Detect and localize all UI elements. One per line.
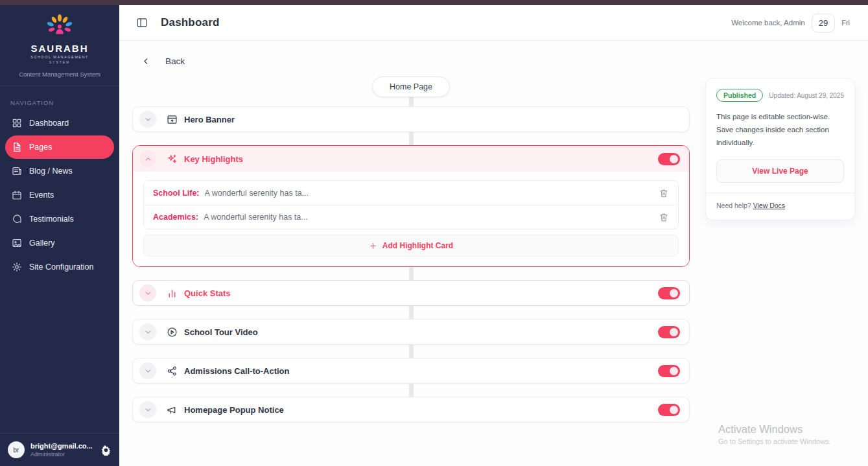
sidebar-toggle-icon[interactable]	[136, 17, 148, 29]
sidebar-nav: Dashboard Pages Blog / News Events Testi…	[0, 111, 119, 279]
section-toggle[interactable]	[658, 287, 680, 299]
sidebar-item-label: Blog / News	[29, 167, 73, 176]
chevron-down-icon[interactable]	[139, 111, 156, 128]
sidebar-tagline: Content Management System	[0, 71, 119, 86]
avatar[interactable]: br	[8, 441, 25, 458]
gear-icon	[12, 262, 22, 272]
highlight-card-row[interactable]: School Life: A wonderful serenity has ta…	[144, 181, 678, 205]
plus-icon	[369, 242, 377, 250]
section-toggle[interactable]	[658, 153, 680, 165]
back-button[interactable]: Back	[119, 41, 868, 66]
welcome-text: Welcome back, Admin	[731, 19, 805, 27]
status-badge: Published	[716, 89, 763, 102]
highlight-card-row[interactable]: Academics: A wonderful serenity has ta..…	[144, 205, 678, 229]
sidebar-item-gallery[interactable]: Gallery	[5, 231, 114, 255]
section-admissions-cta[interactable]: Admissions Call-to-Action	[132, 358, 690, 384]
trash-icon[interactable]	[659, 188, 669, 198]
sidebar-item-dashboard[interactable]: Dashboard	[5, 111, 114, 135]
watermark-line2: Go to Settings to activate Windows.	[718, 437, 831, 445]
connector-line	[409, 132, 414, 145]
connector-line	[409, 345, 414, 358]
page-title: Dashboard	[161, 16, 220, 29]
chevron-down-icon[interactable]	[139, 323, 156, 340]
logo-title: SAURABH	[6, 43, 113, 54]
sidebar-item-label: Site Configuration	[29, 262, 93, 272]
section-toggle[interactable]	[658, 326, 680, 338]
image-icon	[12, 238, 22, 248]
connector-line	[409, 384, 414, 397]
updated-timestamp: Updated: August 29, 2025	[769, 92, 844, 99]
sidebar: SAURABH SCHOOL MANAGEMENT SYSTEM Content…	[0, 5, 119, 466]
calendar-icon	[12, 190, 22, 200]
section-toggle[interactable]	[658, 365, 680, 377]
sidebar-item-label: Gallery	[29, 239, 55, 248]
chevron-down-icon[interactable]	[139, 285, 156, 301]
sidebar-item-label: Testimonials	[29, 215, 74, 224]
back-label: Back	[165, 56, 185, 66]
sidebar-item-pages[interactable]: Pages	[5, 135, 114, 159]
section-toggle[interactable]	[658, 404, 680, 416]
section-school-tour-video[interactable]: School Tour Video	[132, 319, 690, 345]
sparkles-icon	[167, 154, 178, 165]
user-email: bright@gmail.co...	[30, 442, 95, 450]
pages-icon	[12, 142, 22, 152]
page-name-pill[interactable]: Home Page	[372, 76, 450, 97]
section-title: School Tour Video	[184, 327, 258, 337]
chevron-down-icon[interactable]	[139, 401, 156, 418]
settings-gear-icon[interactable]	[100, 445, 111, 456]
info-description-line1: This page is editable section-wise.	[716, 110, 844, 123]
chevron-up-icon[interactable]	[139, 150, 156, 167]
newspaper-icon	[12, 166, 22, 176]
share-icon	[167, 366, 178, 377]
section-body: School Life: A wonderful serenity has ta…	[133, 172, 689, 266]
watermark-line1: Activate Windows	[718, 423, 831, 436]
section-title: Admissions Call-to-Action	[184, 366, 290, 376]
add-highlight-card-button[interactable]: Add Highlight Card	[143, 235, 679, 257]
windows-activation-watermark: Activate Windows Go to Settings to activ…	[718, 423, 831, 445]
section-hero-banner[interactable]: Hero Banner	[132, 106, 690, 132]
section-header[interactable]: Key Highlights	[133, 146, 689, 172]
sidebar-item-events[interactable]: Events	[5, 183, 114, 207]
user-block: br bright@gmail.co... Administrator	[0, 433, 119, 466]
bar-chart-icon	[167, 288, 178, 299]
sidebar-item-site-configuration[interactable]: Site Configuration	[5, 255, 114, 279]
sidebar-item-label: Pages	[29, 143, 52, 152]
trash-icon[interactable]	[659, 212, 669, 222]
play-circle-icon	[167, 327, 178, 338]
highlight-label: School Life:	[153, 189, 200, 198]
nav-section-label: NAVIGATION	[0, 86, 119, 111]
section-title: Quick Stats	[184, 288, 231, 298]
sidebar-item-blog-news[interactable]: Blog / News	[5, 159, 114, 183]
connector-line	[409, 267, 414, 280]
highlight-text: A wonderful serenity has ta...	[204, 213, 651, 222]
banner-icon	[167, 114, 178, 125]
highlight-list: School Life: A wonderful serenity has ta…	[143, 180, 679, 229]
view-live-page-button[interactable]: View Live Page	[716, 159, 844, 183]
chevron-left-icon	[141, 56, 151, 66]
info-description-line2: Save changes inside each section individ…	[716, 123, 844, 149]
logo-system-line: SYSTEM	[6, 60, 113, 64]
connector-line	[409, 97, 414, 106]
chat-bubble-icon	[12, 214, 22, 224]
dashboard-grid-icon	[12, 118, 22, 128]
sidebar-item-testimonials[interactable]: Testimonials	[5, 207, 114, 231]
sidebar-item-label: Dashboard	[29, 119, 69, 128]
section-homepage-popup-notice[interactable]: Homepage Popup Notice	[132, 397, 690, 423]
date-day-badge: 29	[812, 14, 835, 32]
page-builder: Home Page Hero Banner Key Highlights	[132, 76, 690, 423]
section-quick-stats[interactable]: Quick Stats	[132, 280, 690, 306]
highlight-label: Academics:	[153, 213, 198, 222]
window-top-bar	[0, 0, 868, 5]
section-title: Hero Banner	[184, 115, 235, 124]
megaphone-icon	[167, 404, 178, 415]
add-highlight-label: Add Highlight Card	[382, 241, 453, 250]
highlight-text: A wonderful serenity has ta...	[205, 189, 651, 198]
view-docs-link[interactable]: View Docs	[753, 202, 785, 209]
connector-line	[409, 306, 414, 319]
logo-subtitle: SCHOOL MANAGEMENT	[6, 55, 113, 59]
school-logo-icon	[45, 13, 75, 39]
help-text: Need help?	[716, 202, 751, 209]
section-title: Homepage Popup Notice	[184, 405, 284, 415]
logo: SAURABH SCHOOL MANAGEMENT SYSTEM	[0, 5, 119, 64]
chevron-down-icon[interactable]	[139, 362, 156, 379]
